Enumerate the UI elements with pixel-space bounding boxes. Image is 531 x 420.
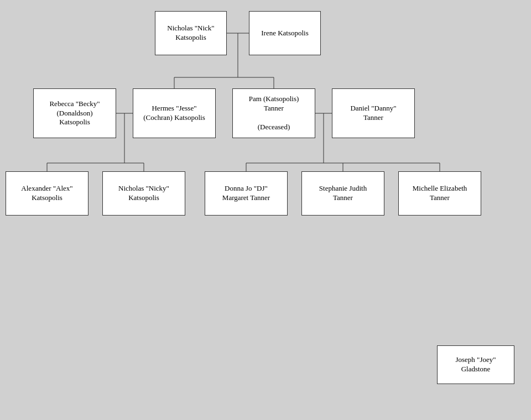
node-irene: Irene Katsopolis bbox=[249, 11, 321, 55]
node-pam: Pam (Katsopolis) Tanner (Deceased) bbox=[232, 88, 315, 138]
node-becky: Rebecca "Becky" (Donaldson) Katsopolis bbox=[33, 88, 116, 138]
node-dj: Donna Jo "DJ" Margaret Tanner bbox=[205, 171, 288, 216]
node-alex: Alexander "Alex" Katsopolis bbox=[6, 171, 88, 216]
node-nicky: Nicholas "Nicky" Katsopolis bbox=[102, 171, 185, 216]
node-joey: Joseph "Joey" Gladstone bbox=[437, 345, 514, 384]
node-jesse: Hermes "Jesse" (Cochran) Katsopolis bbox=[133, 88, 216, 138]
node-michelle: Michelle Elizabeth Tanner bbox=[398, 171, 481, 216]
node-danny: Daniel "Danny" Tanner bbox=[332, 88, 415, 138]
family-tree-diagram: Nicholas "Nick" Katsopolis Irene Katsopo… bbox=[0, 0, 531, 420]
node-stephanie: Stephanie Judith Tanner bbox=[301, 171, 384, 216]
node-nick: Nicholas "Nick" Katsopolis bbox=[155, 11, 227, 55]
